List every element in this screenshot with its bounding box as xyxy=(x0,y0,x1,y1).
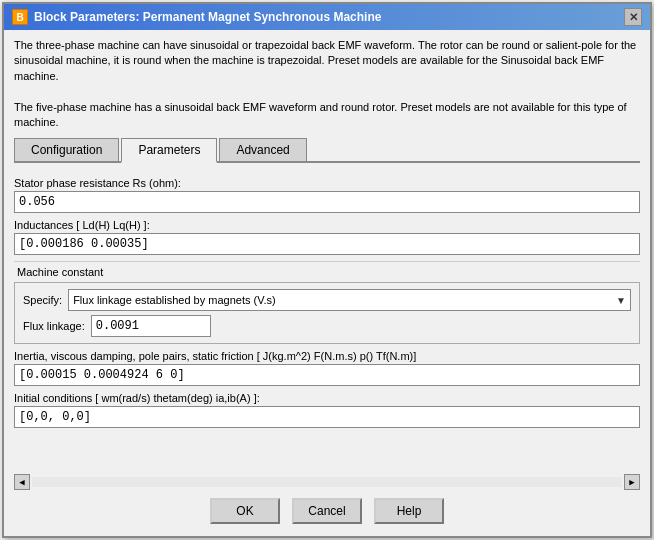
flux-row: Flux linkage: xyxy=(23,315,631,337)
dropdown-arrow-icon: ▼ xyxy=(616,295,626,306)
inductances-label: Inductances [ Ld(H) Lq(H) ]: xyxy=(14,219,640,231)
description-para2: The five-phase machine has a sinusoidal … xyxy=(14,100,640,131)
tab-parameters[interactable]: Parameters xyxy=(121,138,217,163)
tab-bar: Configuration Parameters Advanced xyxy=(14,138,640,163)
tab-configuration[interactable]: Configuration xyxy=(14,138,119,161)
stator-label: Stator phase resistance Rs (ohm): xyxy=(14,177,640,189)
cancel-button[interactable]: Cancel xyxy=(292,498,362,524)
scroll-right-button[interactable]: ▶ xyxy=(624,474,640,490)
inertia-input[interactable] xyxy=(14,364,640,386)
ok-button[interactable]: OK xyxy=(210,498,280,524)
tab-advanced[interactable]: Advanced xyxy=(219,138,306,161)
close-button[interactable]: ✕ xyxy=(624,8,642,26)
window-title: Block Parameters: Permanent Magnet Synch… xyxy=(34,10,381,24)
button-row: OK Cancel Help xyxy=(14,490,640,528)
specify-dropdown[interactable]: Flux linkage established by magnets (V.s… xyxy=(68,289,631,311)
stator-input[interactable] xyxy=(14,191,640,213)
horizontal-scrollbar: ◀ ▶ xyxy=(14,474,640,490)
specify-label: Specify: xyxy=(23,294,62,306)
form-area: Stator phase resistance Rs (ohm): Induct… xyxy=(14,171,640,472)
inertia-label: Inertia, viscous damping, pole pairs, st… xyxy=(14,350,640,362)
help-button[interactable]: Help xyxy=(374,498,444,524)
window-icon: B xyxy=(12,9,28,25)
description-block: The three-phase machine can have sinusoi… xyxy=(14,38,640,130)
machine-constant-header: Machine constant xyxy=(14,261,640,278)
title-bar-left: B Block Parameters: Permanent Magnet Syn… xyxy=(12,9,381,25)
scroll-left-button[interactable]: ◀ xyxy=(14,474,30,490)
initial-label: Initial conditions [ wm(rad/s) thetam(de… xyxy=(14,392,640,404)
scroll-track[interactable] xyxy=(32,477,622,487)
specify-value: Flux linkage established by magnets (V.s… xyxy=(73,294,276,306)
description-para1: The three-phase machine can have sinusoi… xyxy=(14,38,640,84)
machine-constant-box: Specify: Flux linkage established by mag… xyxy=(14,282,640,344)
flux-label: Flux linkage: xyxy=(23,320,85,332)
inductances-input[interactable] xyxy=(14,233,640,255)
specify-row: Specify: Flux linkage established by mag… xyxy=(23,289,631,311)
content-area: The three-phase machine can have sinusoi… xyxy=(4,30,650,536)
title-bar: B Block Parameters: Permanent Magnet Syn… xyxy=(4,4,650,30)
flux-input[interactable] xyxy=(91,315,211,337)
main-window: B Block Parameters: Permanent Magnet Syn… xyxy=(2,2,652,538)
initial-input[interactable] xyxy=(14,406,640,428)
